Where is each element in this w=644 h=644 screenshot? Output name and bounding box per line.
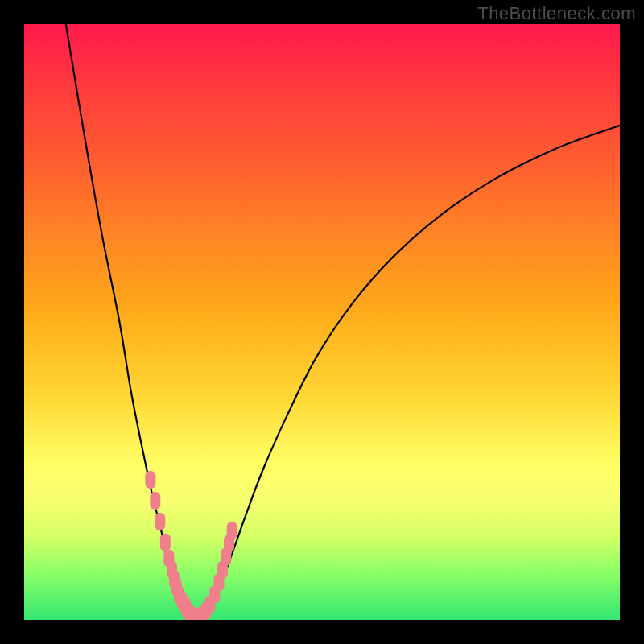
marker-point [227,522,237,539]
curve-right-curve [203,126,620,617]
chart-overlay [24,24,620,620]
plot-area [24,24,620,620]
curve-left-curve [66,24,188,617]
chart-frame: TheBottleneck.com [0,0,644,644]
watermark-text: TheBottleneck.com [477,3,636,24]
marker-point [155,513,165,530]
marker-point [160,534,171,551]
marker-group-scatter-pink [145,471,237,620]
marker-point [150,492,160,510]
marker-point [145,471,155,489]
